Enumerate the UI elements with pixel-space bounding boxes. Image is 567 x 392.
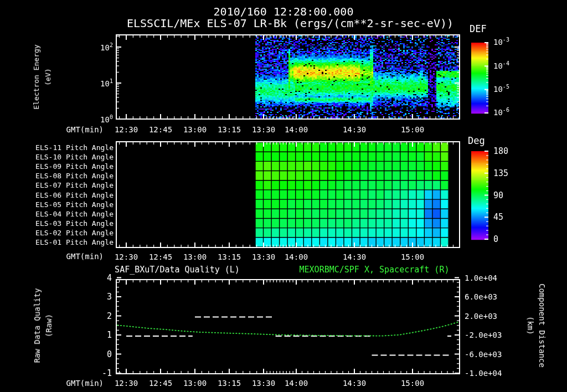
gmt-axis-label-3: GMT(min) xyxy=(66,379,104,387)
x-tick-label: 12:30 xyxy=(115,379,138,387)
x-tick-label: 14:00 xyxy=(285,126,308,133)
panel1-ylabel-line2: (eV) xyxy=(42,44,54,109)
pitch-row-label: ELS-04 Pitch Angle xyxy=(35,210,114,217)
pitch-row-label: ELS-09 Pitch Angle xyxy=(35,162,114,169)
panel3-ylabel-left-line1: Raw Data Quality xyxy=(32,288,43,363)
p1-y-tick-label: 102 xyxy=(100,43,113,51)
pitch-row-label: ELS-10 Pitch Angle xyxy=(35,153,114,160)
gmt-axis-label-1: GMT(min) xyxy=(66,126,104,133)
x-tick-label: 15:00 xyxy=(401,379,424,387)
colorbar2-title: Deg xyxy=(468,136,485,146)
x-tick-label: 13:00 xyxy=(183,253,207,261)
panel3-ylabel-right-line2: (km) xyxy=(524,283,536,368)
x-tick-label: 13:30 xyxy=(252,126,275,133)
colorbar2-tick-label: 45 xyxy=(493,213,503,221)
colorbar2-tick-label: 180 xyxy=(493,147,508,156)
p3-left-tick-label: 4 xyxy=(107,274,112,282)
x-tick-label: 12:45 xyxy=(149,253,172,261)
x-tick-label: 14:30 xyxy=(343,126,366,133)
colorbar1-tick-label: 10-4 xyxy=(493,61,509,70)
x-tick-label: 15:00 xyxy=(401,126,424,133)
gmt-axis-label-2: GMT(min) xyxy=(66,252,104,260)
x-tick-label: 12:45 xyxy=(149,126,172,133)
colorbar1-tick-label: 10-6 xyxy=(493,107,509,116)
pitch-row-label: ELS-06 Pitch Angle xyxy=(35,191,114,198)
colorbar2-tick-label: 135 xyxy=(493,169,508,177)
panel3-ylabel-left: Raw Data Quality (Raw) xyxy=(32,288,55,363)
x-tick-label: 12:30 xyxy=(115,126,138,133)
p3-right-tick-label: 2.0e+03 xyxy=(465,312,497,320)
colorbar2-tick-label: 90 xyxy=(493,191,503,199)
colorbar2-tick-label: 0 xyxy=(493,235,498,244)
panel3-ylabel-right: Component Distance (km) xyxy=(524,283,548,368)
pitch-row-label: ELS-03 Pitch Angle xyxy=(35,220,114,227)
colorbar1-title: DEF xyxy=(470,24,487,34)
colorbar1-tick-label: 10-5 xyxy=(493,84,509,93)
pitch-row-label: ELS-07 Pitch Angle xyxy=(35,182,114,189)
pitch-row-label: ELS-05 Pitch Angle xyxy=(35,200,114,208)
x-tick-label: 13:15 xyxy=(218,253,241,261)
panel3-title-left: SAF_BXuT/Data Quality (L) xyxy=(115,266,240,274)
pitch-row-label: ELS-08 Pitch Angle xyxy=(35,172,114,179)
colorbar1-tick-label: 10-3 xyxy=(493,37,509,46)
panel3-ylabel-left-line2: (Raw) xyxy=(43,288,55,363)
p1-y-tick-label: 101 xyxy=(100,79,113,87)
x-tick-label: 14:00 xyxy=(285,253,308,261)
x-tick-label: 13:15 xyxy=(218,379,241,387)
p3-right-tick-label: 6.0e+03 xyxy=(465,293,497,301)
x-tick-label: 12:45 xyxy=(149,379,172,387)
panel1-ylabel-line1: Electron Energy xyxy=(30,44,42,109)
x-tick-label: 13:30 xyxy=(252,253,275,261)
x-tick-label: 14:30 xyxy=(343,379,366,387)
x-tick-label: 13:00 xyxy=(183,126,207,133)
p3-right-tick-label: -1.0e+04 xyxy=(465,369,502,377)
panel1-ylabel: Electron Energy (eV) xyxy=(30,44,54,109)
x-tick-label: 12:30 xyxy=(115,253,138,261)
p3-right-tick-label: 1.0e+04 xyxy=(465,274,497,282)
p3-left-tick-label: 2 xyxy=(107,312,112,320)
x-tick-label: 13:00 xyxy=(183,379,207,387)
pitch-row-label: ELS-01 Pitch Angle xyxy=(35,239,114,246)
plot-datetime: 2010/160 12:28:00.000 xyxy=(214,6,354,17)
p3-left-tick-label: 1 xyxy=(107,331,112,339)
panel3-ylabel-right-line1: Component Distance xyxy=(536,283,548,368)
x-tick-label: 13:15 xyxy=(218,126,241,133)
p3-left-tick-label: 3 xyxy=(107,293,112,301)
plot-title: ELSSCIL/MEx ELS-07 LR-Bk (ergs/(cm**2-sr… xyxy=(127,18,453,29)
x-tick-label: 14:00 xyxy=(285,379,308,387)
pitch-row-label: ELS-02 Pitch Angle xyxy=(35,229,114,236)
pitch-row-label: ELS-11 Pitch Angle xyxy=(35,143,114,151)
p3-left-tick-label: -1 xyxy=(102,369,112,378)
science-plot-figure: 2010/160 12:28:00.000 ELSSCIL/MEx ELS-07… xyxy=(0,0,567,392)
p3-left-tick-label: 0 xyxy=(107,350,112,358)
x-tick-label: 15:00 xyxy=(401,253,424,261)
x-tick-label: 13:30 xyxy=(252,379,275,387)
x-tick-label: 14:30 xyxy=(343,253,366,261)
p1-y-tick-label: 100 xyxy=(100,115,113,123)
panel3-title-right: MEXORBMC/SPF X, Spacecraft (R) xyxy=(300,266,450,274)
p3-right-tick-label: -6.0e+03 xyxy=(465,350,502,358)
p3-right-tick-label: -2.0e+03 xyxy=(465,331,502,339)
